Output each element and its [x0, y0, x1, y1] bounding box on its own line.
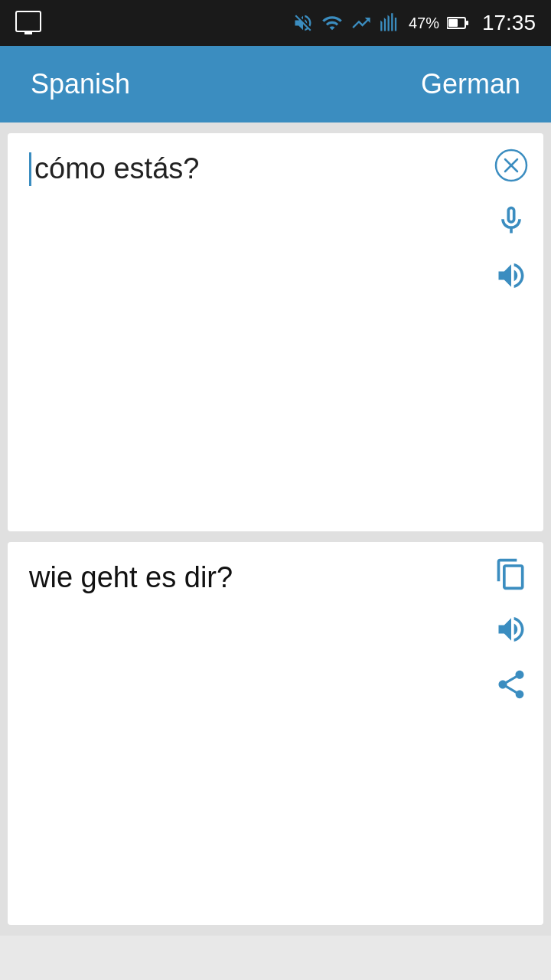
clear-button[interactable]: [491, 145, 531, 185]
microphone-button[interactable]: [491, 201, 531, 240]
data-icon: [350, 12, 372, 34]
source-language[interactable]: Spanish: [31, 68, 130, 100]
wifi-icon: [321, 12, 343, 34]
svg-rect-2: [466, 21, 468, 25]
output-panel: wie geht es dir?: [8, 542, 543, 925]
signal-icon: [380, 12, 401, 34]
target-language[interactable]: German: [421, 68, 520, 100]
battery-level: 47%: [409, 15, 439, 32]
share-button[interactable]: [491, 665, 531, 704]
main-content: cómo estás?: [0, 122, 551, 936]
input-speaker-button[interactable]: [491, 256, 531, 296]
battery-icon: [447, 16, 468, 30]
status-icons: 47% 17:35: [292, 11, 536, 35]
input-panel: cómo estás?: [8, 133, 543, 531]
output-text: wie geht es dir?: [29, 557, 482, 598]
svg-rect-1: [448, 19, 458, 27]
output-speaker-button[interactable]: [491, 609, 531, 649]
input-panel-icons: [491, 145, 531, 296]
copy-button[interactable]: [491, 554, 531, 594]
mute-icon: [292, 12, 314, 34]
screen-thumbnail-icon: [15, 11, 41, 35]
input-text[interactable]: cómo estás?: [29, 149, 482, 189]
swap-languages-button[interactable]: [256, 66, 295, 103]
status-time: 17:35: [482, 11, 536, 35]
status-bar: 47% 17:35: [0, 0, 551, 46]
app-header: Spanish German: [0, 46, 551, 122]
output-panel-icons: [491, 554, 531, 704]
